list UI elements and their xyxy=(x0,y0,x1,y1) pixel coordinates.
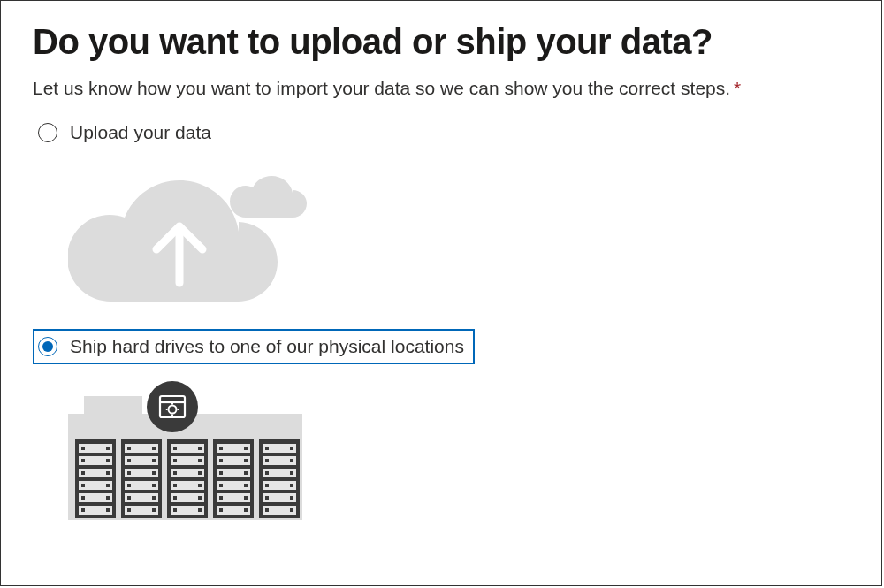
svg-rect-95 xyxy=(265,459,269,462)
svg-rect-77 xyxy=(219,471,223,475)
svg-rect-96 xyxy=(265,471,269,475)
svg-rect-97 xyxy=(265,484,269,487)
option-ship[interactable]: Ship hard drives to one of our physical … xyxy=(33,329,475,364)
option-upload-label: Upload your data xyxy=(70,122,211,143)
radio-ship[interactable] xyxy=(38,337,57,356)
svg-rect-21 xyxy=(81,484,85,487)
svg-rect-58 xyxy=(173,471,177,475)
svg-rect-94 xyxy=(265,447,269,450)
svg-rect-45 xyxy=(152,471,156,475)
required-asterisk: * xyxy=(734,78,741,98)
svg-rect-40 xyxy=(127,484,131,487)
svg-rect-101 xyxy=(290,459,293,462)
svg-rect-62 xyxy=(198,447,202,450)
svg-rect-59 xyxy=(173,484,177,487)
svg-rect-46 xyxy=(152,484,156,487)
svg-rect-85 xyxy=(244,496,248,500)
svg-rect-39 xyxy=(127,471,131,475)
svg-rect-105 xyxy=(290,508,293,512)
svg-rect-56 xyxy=(173,447,177,450)
svg-rect-81 xyxy=(244,447,248,450)
svg-rect-25 xyxy=(106,459,110,462)
svg-rect-64 xyxy=(198,471,202,475)
svg-rect-19 xyxy=(81,459,85,462)
svg-rect-104 xyxy=(290,496,293,500)
svg-rect-76 xyxy=(219,459,223,462)
import-data-panel: Do you want to upload or ship your data?… xyxy=(0,0,882,586)
svg-point-3 xyxy=(147,381,198,432)
option-upload[interactable]: Upload your data xyxy=(33,115,850,150)
datacenter-icon xyxy=(68,370,850,528)
svg-rect-99 xyxy=(265,508,269,512)
svg-rect-78 xyxy=(219,484,223,487)
svg-rect-75 xyxy=(219,447,223,450)
svg-rect-43 xyxy=(152,447,156,450)
svg-rect-60 xyxy=(173,496,177,500)
svg-rect-103 xyxy=(290,484,293,487)
svg-rect-80 xyxy=(219,508,223,512)
page-title: Do you want to upload or ship your data? xyxy=(33,22,850,62)
svg-rect-86 xyxy=(244,508,248,512)
svg-rect-38 xyxy=(127,459,131,462)
svg-rect-98 xyxy=(265,496,269,500)
svg-rect-42 xyxy=(127,508,131,512)
svg-rect-18 xyxy=(81,447,85,450)
svg-rect-23 xyxy=(81,508,85,512)
svg-rect-20 xyxy=(81,471,85,475)
svg-rect-65 xyxy=(198,484,202,487)
svg-rect-22 xyxy=(81,496,85,500)
svg-rect-27 xyxy=(106,484,110,487)
svg-rect-79 xyxy=(219,496,223,500)
svg-rect-57 xyxy=(173,459,177,462)
svg-rect-66 xyxy=(198,496,202,500)
svg-rect-37 xyxy=(127,447,131,450)
svg-rect-26 xyxy=(106,471,110,475)
radio-upload[interactable] xyxy=(38,123,57,142)
option-ship-label: Ship hard drives to one of our physical … xyxy=(70,336,464,357)
svg-rect-41 xyxy=(127,496,131,500)
svg-rect-61 xyxy=(173,508,177,512)
svg-rect-84 xyxy=(244,484,248,487)
instruction-text: Let us know how you want to import your … xyxy=(33,78,850,99)
svg-rect-29 xyxy=(106,508,110,512)
instruction-text-content: Let us know how you want to import your … xyxy=(33,78,730,98)
svg-rect-63 xyxy=(198,459,202,462)
svg-rect-28 xyxy=(106,496,110,500)
svg-rect-48 xyxy=(152,508,156,512)
svg-rect-100 xyxy=(290,447,293,450)
svg-rect-44 xyxy=(152,459,156,462)
svg-rect-47 xyxy=(152,496,156,500)
svg-rect-83 xyxy=(244,471,248,475)
svg-rect-82 xyxy=(244,459,248,462)
cloud-upload-icon xyxy=(68,159,850,322)
svg-rect-67 xyxy=(198,508,202,512)
svg-rect-24 xyxy=(106,447,110,450)
svg-rect-102 xyxy=(290,471,293,475)
